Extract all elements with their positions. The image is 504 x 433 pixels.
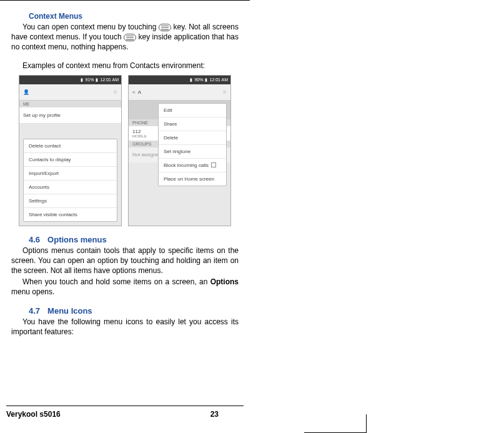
menu-item: Edit (159, 104, 226, 117)
me-header: ME (19, 101, 121, 107)
crop-mark-v (366, 414, 367, 433)
text-fragment: When you touch and hold some items on a … (22, 277, 210, 286)
signal-icon: ▮ (190, 77, 192, 82)
signal-icon: ▮ (81, 77, 83, 82)
menu-item: Import/Export (24, 167, 117, 181)
text-fragment: menu opens. (11, 287, 54, 296)
menu-item: Settings (24, 194, 117, 208)
text-bold: Options (210, 277, 239, 286)
page-number: 23 (210, 410, 219, 419)
status-bar: ▮ 90% ▮ 12:01 AM (129, 76, 230, 84)
paragraph-options-2: When you touch and hold some items on a … (11, 277, 239, 297)
page-footer: Verykool s5016 23 (6, 406, 244, 419)
back-icon: < (132, 89, 136, 95)
context-menu: Edit Share Delete Set ringtone Block inc… (158, 103, 227, 186)
menu-key-icon (159, 24, 171, 31)
menu-item: Delete contact (24, 139, 117, 153)
menu-item: Place on Home screen (159, 172, 226, 186)
star-icon: ☆ (113, 89, 117, 95)
menu-item: Share (159, 117, 226, 131)
menu-item: Delete (159, 131, 226, 145)
menu-item: Share visible contacts (24, 208, 117, 221)
checkbox-icon (211, 162, 216, 167)
heading-menu-icons: 4.7Menu Icons (29, 306, 239, 316)
examples-label: Examples of context menu from Contacts e… (22, 61, 239, 70)
phone-screenshot-1: ▮ 91% ▮ 12:01 AM 👤 ☆ ME Set up my profil… (19, 75, 122, 226)
battery-icon: ▮ (96, 77, 98, 82)
paragraph-context-menus: You can open context menu by touching ke… (11, 22, 239, 52)
menu-item: Set ringtone (159, 145, 226, 159)
section-title: Options menus (47, 235, 107, 244)
menu-item: Contacts to display (24, 153, 117, 167)
heading-context-menus: Context Menus (29, 12, 239, 21)
menu-item: Block incoming calls (159, 159, 226, 172)
action-bar: 👤 ☆ (19, 84, 121, 101)
phone-screenshot-2: ▮ 90% ▮ 12:01 AM < A ☆ PHONE 112 MOBILE … (128, 75, 231, 226)
paragraph-options-1: Options menus contain tools that apply t… (11, 246, 239, 276)
screenshots-container: ▮ 91% ▮ 12:01 AM 👤 ☆ ME Set up my profil… (11, 75, 239, 226)
section-title: Menu Icons (47, 306, 92, 316)
clock-text: 12:01 AM (209, 77, 228, 82)
text-fragment: You can open context menu by touching (22, 22, 159, 31)
paragraph-menu-icons: You have the following menu icons to eas… (11, 317, 239, 337)
action-bar: < A ☆ (129, 84, 230, 101)
profile-row: Set up my profile (19, 107, 121, 124)
status-bar: ▮ 91% ▮ 12:01 AM (19, 76, 121, 84)
section-number: 4.6 (29, 235, 40, 244)
section-number: 4.7 (29, 306, 40, 316)
battery-icon: ▮ (205, 77, 207, 82)
device-name: Verykool s5016 (6, 410, 61, 419)
clock-text: 12:01 AM (100, 77, 119, 82)
people-icon: 👤 (23, 89, 29, 95)
battery-text: 91% (85, 77, 94, 82)
title-text: A (138, 89, 141, 95)
menu-item: Accounts (24, 181, 117, 194)
not-assigned-text: Not assigned (132, 152, 162, 157)
menu-item-text: Block incoming calls (164, 162, 209, 168)
document-page: Context Menus You can open context menu … (0, 0, 250, 425)
battery-text: 90% (194, 77, 203, 82)
star-icon: ☆ (222, 89, 227, 95)
menu-key-icon (124, 34, 136, 41)
heading-options-menus: 4.6Options menus (29, 235, 239, 244)
context-menu: Delete contact Contacts to display Impor… (23, 139, 117, 222)
